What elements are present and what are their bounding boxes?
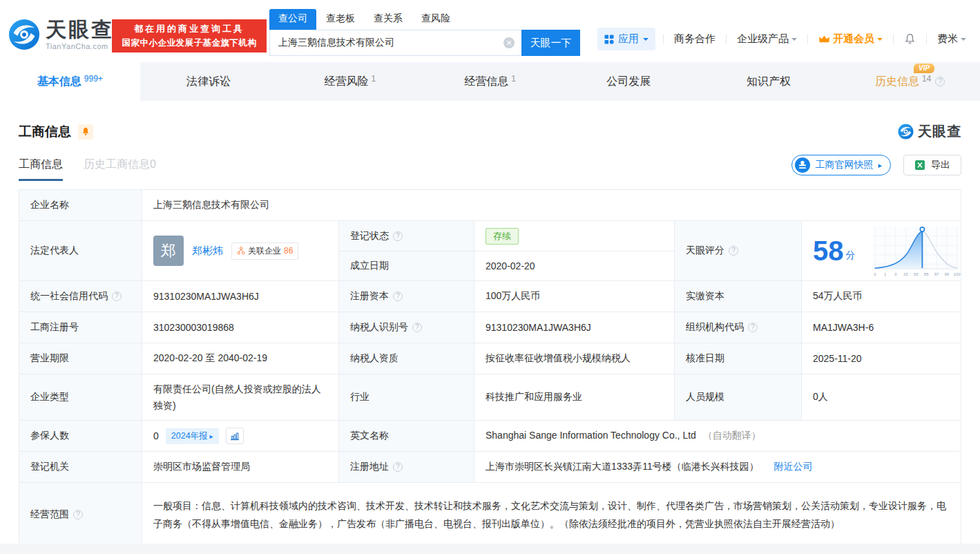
- tab-operation-risk[interactable]: 经营风险 1: [280, 62, 420, 101]
- tab-business-info[interactable]: 经营信息 1: [420, 62, 560, 101]
- help-icon[interactable]: ?: [412, 323, 422, 332]
- company-type-value: 有限责任公司(自然人投资或控股的法人独资): [142, 374, 339, 421]
- company-type-label: 企业类型: [19, 374, 142, 421]
- related-companies-badge[interactable]: 关联企业 86: [231, 242, 298, 260]
- tianyancha-eye-icon: [898, 124, 914, 140]
- divider: [807, 35, 808, 44]
- username: 费米: [937, 32, 958, 46]
- apps-grid-icon: [604, 35, 614, 44]
- help-icon[interactable]: ?: [73, 510, 83, 519]
- status-badge: 存续: [486, 228, 519, 245]
- org-code-label: 组织机构代码?: [675, 312, 802, 343]
- official-snapshot-button[interactable]: 工商官网快照 ▸: [791, 155, 891, 175]
- search-tab-risk[interactable]: 查风险: [421, 9, 450, 30]
- brand-domain: TianYanCha.com: [46, 42, 114, 50]
- industry-label: 行业: [339, 374, 474, 421]
- svg-text:100: 100: [953, 272, 961, 276]
- clear-search-icon[interactable]: ✕: [503, 37, 515, 48]
- reg-capital-value: 100万人民币: [474, 281, 675, 312]
- legal-rep-link[interactable]: 郑彬炜: [192, 245, 223, 258]
- search-input[interactable]: [269, 30, 521, 56]
- table-row: 法定代表人 郑 郑彬炜 关联企业: [19, 221, 961, 251]
- help-icon[interactable]: ?: [729, 246, 738, 256]
- paid-capital-value: 54万人民币: [802, 281, 961, 312]
- divider: [726, 35, 727, 44]
- help-icon[interactable]: ?: [112, 292, 122, 301]
- credit-code-label: 统一社会信用代码?: [19, 281, 142, 312]
- header-nav: 应用 商务合作 企业级产品 开通会员: [597, 28, 969, 50]
- promo-banner: 都在用的商业查询工具 国家中小企业发展子基金旗下机构: [112, 19, 267, 52]
- chevron-down-icon: [961, 38, 966, 44]
- notifications-button[interactable]: [904, 33, 916, 45]
- nearby-companies-link[interactable]: 附近公司: [774, 461, 813, 472]
- credit-code-value: 91310230MA1JWA3H6J: [142, 281, 339, 312]
- chevron-down-icon: [791, 38, 797, 44]
- table-row: 工商注册号 310230003019868 纳税人识别号? 91310230MA…: [19, 312, 961, 343]
- address-value: 上海市崇明区长兴镇江南大道1333弄11号楼（临港长兴科技园） 附近公司: [474, 452, 961, 483]
- legal-rep-label: 法定代表人: [19, 221, 142, 281]
- sub-tab-row: 工商信息 历史工商信息0 工商官网快照 ▸: [19, 155, 961, 181]
- score-value: 58 分: [802, 221, 961, 281]
- insured-trend-button[interactable]: [226, 428, 244, 444]
- legal-rep-value: 郑 郑彬炜 关联企业 86: [142, 221, 339, 281]
- apps-label: 应用: [618, 32, 639, 46]
- trend-chart-icon: [230, 431, 240, 441]
- search-button[interactable]: 天眼一下: [521, 30, 580, 56]
- apps-menu[interactable]: 应用: [597, 28, 655, 50]
- business-scope-value: 一般项目：信息、计算机科技领域内的技术咨询、技术开发、技术转让和技术服务，文化艺…: [142, 483, 961, 547]
- legal-rep-avatar[interactable]: 郑: [153, 236, 184, 266]
- staff-size-label: 人员规模: [675, 374, 802, 421]
- svg-text:50: 50: [913, 272, 918, 276]
- table-row: 经营范围? 一般项目：信息、计算机科技领域内的技术咨询、技术开发、技术转让和技术…: [19, 483, 961, 547]
- divider: [926, 35, 927, 44]
- search-tab-boss[interactable]: 查老板: [326, 9, 355, 30]
- help-icon[interactable]: ?: [393, 292, 403, 301]
- export-button[interactable]: 导出: [903, 155, 961, 175]
- taxpayer-quality-value: 按征收率征收增值税小规模纳税人: [474, 343, 675, 374]
- brand-name: 天眼查: [46, 19, 114, 41]
- established-label: 成立日期: [339, 251, 474, 281]
- annual-report-badge[interactable]: 2024年报 ▸: [166, 428, 219, 444]
- table-row: 企业类型 有限责任公司(自然人投资或控股的法人独资) 行业 科技推广和应用服务业…: [19, 374, 961, 421]
- tab-count: 1: [511, 74, 516, 84]
- svg-text:15: 15: [903, 272, 908, 276]
- brand-logo[interactable]: 天眼查 TianYanCha.com: [8, 19, 114, 50]
- nav-open-vip[interactable]: 开通会员: [818, 32, 883, 46]
- subtab-history-registration[interactable]: 历史工商信息0: [84, 157, 156, 181]
- help-icon[interactable]: ?: [935, 77, 945, 86]
- tab-count: 999+: [84, 74, 103, 84]
- tianyancha-eye-icon: [8, 19, 40, 50]
- nav-enterprise-products[interactable]: 企业级产品: [737, 32, 797, 46]
- banner-line2: 国家中小企业发展子基金旗下机构: [112, 37, 267, 49]
- tab-count: 14: [922, 74, 931, 84]
- tab-history-info[interactable]: VIP 历史信息 14 ?: [840, 62, 980, 101]
- help-icon[interactable]: ?: [393, 231, 403, 241]
- company-name-label: 企业名称: [19, 190, 142, 221]
- help-icon[interactable]: ?: [393, 462, 403, 472]
- divider: [663, 35, 664, 44]
- nav-cooperation[interactable]: 商务合作: [674, 32, 715, 46]
- org-code-value: MA1JWA3H-6: [802, 312, 961, 343]
- search-tab-relation[interactable]: 查关系: [374, 9, 403, 30]
- subscribe-bell-button[interactable]: [78, 124, 93, 140]
- divider: [893, 35, 894, 44]
- search-tab-company[interactable]: 查公司: [269, 9, 316, 30]
- table-row: 统一社会信用代码? 91310230MA1JWA3H6J 注册资本? 100万人…: [19, 281, 961, 312]
- subtab-current-registration[interactable]: 工商信息: [19, 157, 63, 181]
- paid-capital-label: 实缴资本: [675, 281, 802, 312]
- insured-value: 0 2024年报 ▸: [142, 421, 339, 452]
- excel-icon: [914, 160, 925, 171]
- business-scope-label: 经营范围?: [19, 483, 142, 547]
- address-label: 注册地址?: [339, 452, 474, 483]
- taxpayer-quality-label: 纳税人资质: [339, 343, 474, 374]
- authority-label: 登记机关: [19, 452, 142, 483]
- help-icon[interactable]: ?: [748, 323, 758, 332]
- tab-legal-litigation[interactable]: 法律诉讼: [140, 62, 280, 101]
- page-footer-strip: [0, 544, 980, 554]
- user-menu[interactable]: 费米: [937, 32, 966, 46]
- arrow-right-icon: ▸: [878, 161, 882, 170]
- tab-basic-info[interactable]: 基本信息 999+: [0, 62, 140, 101]
- tab-intellectual-property[interactable]: 知识产权: [700, 62, 840, 101]
- table-row: 参保人数 0 2024年报 ▸: [19, 421, 961, 452]
- tab-company-development[interactable]: 公司发展: [560, 62, 700, 101]
